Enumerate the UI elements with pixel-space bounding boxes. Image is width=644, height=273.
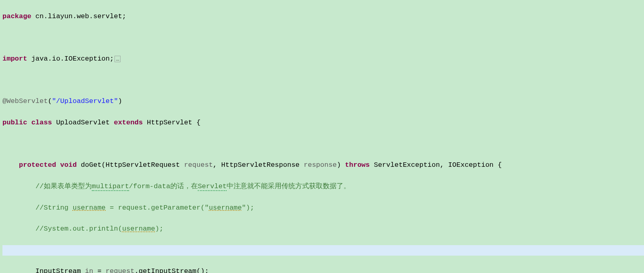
keyword-public: public — [2, 119, 27, 126]
comment: //如果表单类型为multipart/form-data的话，在Servlet中… — [36, 183, 351, 191]
comment-text: username — [122, 225, 155, 233]
import-name: java.io.IOException; — [27, 55, 114, 63]
param-request: request — [184, 161, 213, 169]
indent — [2, 161, 19, 169]
comment-text: = request.getParameter(" — [106, 204, 209, 212]
indent — [2, 225, 36, 233]
var-request: request — [106, 267, 134, 273]
keyword-protected: protected — [19, 161, 56, 169]
indent — [2, 183, 36, 190]
keyword-class: class — [31, 119, 52, 126]
comment-text: username — [209, 204, 242, 212]
comment-text: multipart — [92, 183, 129, 191]
paren: ) — [118, 97, 122, 105]
code-editor: package cn.liayun.web.servlet; import ja… — [0, 0, 644, 273]
method-sig: doGet(HttpServletRequest — [77, 161, 184, 169]
code-line-highlighted — [2, 245, 644, 256]
package-name: cn.liayun.web.servlet; — [31, 13, 126, 20]
param-response: response — [304, 161, 337, 169]
comment-text: /form-data的话，在 — [129, 183, 198, 190]
comment-text: Servlet — [198, 183, 227, 191]
code-text: InputStream — [2, 267, 85, 273]
keyword-void: void — [56, 161, 77, 169]
annotation: @WebServlet — [2, 97, 48, 105]
sep: , HttpServletResponse — [213, 161, 303, 169]
code-line: package cn.liayun.web.servlet; — [2, 11, 644, 22]
class-name: UploadServlet — [52, 119, 114, 126]
imports-fold-icon[interactable]: … — [114, 56, 120, 62]
code-line: //System.out.println(username); — [2, 224, 644, 234]
keyword-package: package — [2, 13, 31, 20]
code-line: import java.io.IOException;… — [2, 54, 644, 64]
keyword-throws: throws — [345, 161, 370, 169]
paren: ( — [48, 97, 52, 105]
keyword-import: import — [2, 55, 27, 63]
comment-text: username — [72, 204, 106, 212]
code-line: public class UploadServlet extends HttpS… — [2, 118, 644, 128]
code-line: protected void doGet(HttpServletRequest … — [2, 160, 644, 170]
code-text: = — [93, 267, 106, 273]
comment: //String username = request.getParameter… — [36, 204, 254, 212]
comment-text: 中注意就不能采用传统方式获取数据了。 — [227, 183, 350, 190]
superclass: HttpServlet { — [143, 119, 201, 126]
throws-list: ServletException, IOException { — [370, 161, 502, 169]
code-line-blank — [2, 33, 644, 43]
comment-text: //如果表单类型为 — [36, 183, 92, 190]
code-line-blank — [2, 75, 644, 86]
comment-text: ); — [155, 225, 163, 233]
comment-text: //System.out.println( — [36, 225, 122, 233]
indent — [2, 204, 36, 212]
comment-text: //String — [36, 204, 73, 212]
code-line-blank — [2, 139, 644, 149]
comment-text: "); — [242, 204, 254, 212]
code-line: //如果表单类型为multipart/form-data的话，在Servlet中… — [2, 181, 644, 192]
code-line: //String username = request.getParameter… — [2, 203, 644, 213]
comment: //System.out.println(username); — [36, 225, 163, 233]
keyword-extends: extends — [114, 119, 142, 126]
string-literal: "/UploadServlet" — [52, 97, 118, 105]
sep: ) — [337, 161, 345, 169]
var-in: in — [85, 267, 93, 273]
code-line: InputStream in = request.getInputStream(… — [2, 266, 644, 273]
code-line: @WebServlet("/UploadServlet") — [2, 96, 644, 107]
code-text: .getInputStream(); — [134, 267, 209, 273]
